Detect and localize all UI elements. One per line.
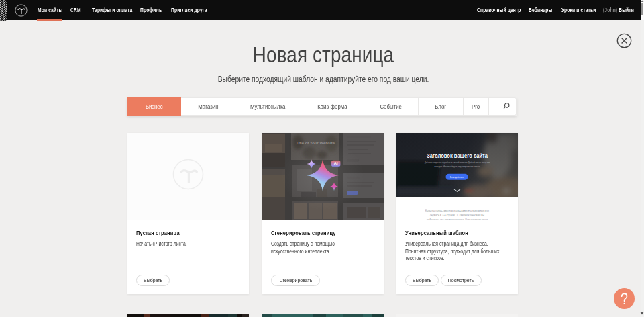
svg-text:Добавьте интересные подробност: Добавьте интересные подробности о вашей … — [425, 161, 490, 164]
svg-text:вкладке «Контент» для редактир: вкладке «Контент» для редактирования тек… — [435, 165, 480, 168]
svg-text:Коротко представьтесь и расска: Коротко представьтесь и расскажите о ком… — [425, 208, 489, 212]
svg-text:Блок действия: Блок действия — [450, 176, 464, 179]
svg-text:AI: AI — [334, 161, 338, 165]
svg-text:Заголовок вашего сайта: Заголовок вашего сайта — [427, 152, 488, 159]
svg-text:сервисе в 3-4 строках. С каким: сервисе в 3-4 строках. С какими клиентам… — [430, 213, 484, 217]
svg-text:работаете, что вас вдохновляет: работаете, что вас вдохновляет. Чем горд… — [427, 218, 488, 220]
